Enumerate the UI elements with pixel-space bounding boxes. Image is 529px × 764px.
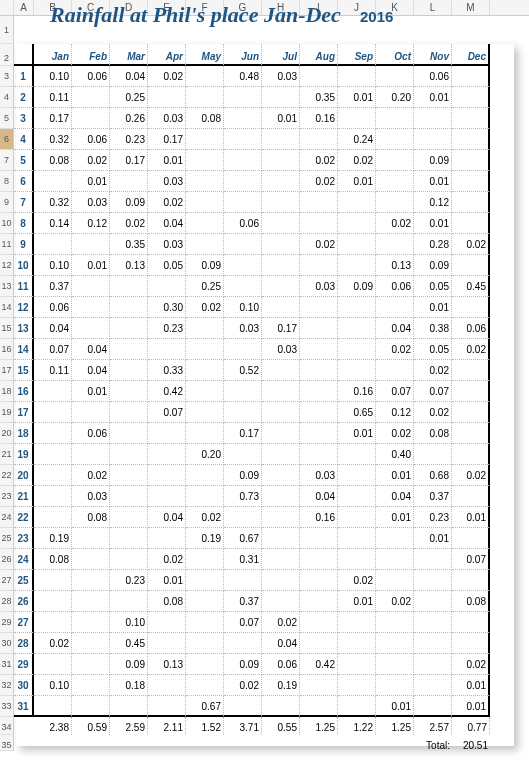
data-cell[interactable]: 0.06 bbox=[34, 297, 72, 318]
data-cell[interactable]: 0.16 bbox=[338, 381, 376, 402]
data-cell[interactable]: 0.01 bbox=[338, 423, 376, 444]
data-cell[interactable]: 0.37 bbox=[34, 276, 72, 297]
data-cell[interactable] bbox=[262, 129, 300, 150]
data-cell[interactable] bbox=[224, 507, 262, 528]
data-cell[interactable] bbox=[262, 360, 300, 381]
data-cell[interactable] bbox=[414, 633, 452, 654]
data-cell[interactable] bbox=[262, 507, 300, 528]
data-cell[interactable]: 0.01 bbox=[338, 591, 376, 612]
data-cell[interactable] bbox=[452, 633, 490, 654]
data-cell[interactable] bbox=[414, 591, 452, 612]
data-cell[interactable] bbox=[376, 129, 414, 150]
data-cell[interactable] bbox=[110, 276, 148, 297]
data-cell[interactable]: 0.19 bbox=[186, 528, 224, 549]
data-cell[interactable]: 0.05 bbox=[414, 276, 452, 297]
data-cell[interactable] bbox=[338, 255, 376, 276]
row-header-13[interactable]: 13 bbox=[0, 276, 14, 297]
data-cell[interactable]: 0.04 bbox=[72, 339, 110, 360]
row-header-6[interactable]: 6 bbox=[0, 129, 14, 150]
data-cell[interactable] bbox=[452, 444, 490, 465]
data-cell[interactable] bbox=[224, 129, 262, 150]
data-cell[interactable]: 0.11 bbox=[34, 360, 72, 381]
data-cell[interactable]: 0.23 bbox=[110, 129, 148, 150]
data-cell[interactable]: 0.02 bbox=[34, 633, 72, 654]
data-cell[interactable] bbox=[452, 87, 490, 108]
data-cell[interactable] bbox=[72, 570, 110, 591]
data-cell[interactable]: 0.28 bbox=[414, 234, 452, 255]
data-cell[interactable]: 0.06 bbox=[224, 213, 262, 234]
data-cell[interactable]: 0.01 bbox=[414, 213, 452, 234]
data-cell[interactable] bbox=[110, 465, 148, 486]
data-cell[interactable] bbox=[72, 696, 110, 717]
data-cell[interactable]: 0.09 bbox=[186, 255, 224, 276]
data-cell[interactable]: 0.02 bbox=[72, 465, 110, 486]
data-cell[interactable]: 0.09 bbox=[110, 654, 148, 675]
data-cell[interactable] bbox=[262, 381, 300, 402]
data-cell[interactable] bbox=[262, 696, 300, 717]
data-cell[interactable]: 0.01 bbox=[452, 675, 490, 696]
data-cell[interactable]: 0.09 bbox=[338, 276, 376, 297]
data-cell[interactable] bbox=[186, 129, 224, 150]
data-cell[interactable] bbox=[300, 549, 338, 570]
data-cell[interactable] bbox=[262, 234, 300, 255]
data-cell[interactable] bbox=[452, 612, 490, 633]
data-cell[interactable]: 0.06 bbox=[376, 276, 414, 297]
data-cell[interactable] bbox=[338, 549, 376, 570]
data-cell[interactable] bbox=[452, 402, 490, 423]
data-cell[interactable]: 0.02 bbox=[262, 612, 300, 633]
data-cell[interactable] bbox=[376, 66, 414, 87]
data-cell[interactable] bbox=[72, 654, 110, 675]
data-cell[interactable]: 0.02 bbox=[452, 339, 490, 360]
data-cell[interactable] bbox=[34, 507, 72, 528]
data-cell[interactable] bbox=[262, 465, 300, 486]
data-cell[interactable]: 0.20 bbox=[376, 87, 414, 108]
data-cell[interactable] bbox=[72, 318, 110, 339]
data-cell[interactable] bbox=[376, 612, 414, 633]
row-header-8[interactable]: 8 bbox=[0, 171, 14, 192]
data-cell[interactable]: 0.02 bbox=[72, 150, 110, 171]
data-cell[interactable] bbox=[186, 339, 224, 360]
data-cell[interactable]: 0.02 bbox=[110, 213, 148, 234]
row-header-23[interactable]: 23 bbox=[0, 486, 14, 507]
data-cell[interactable]: 0.24 bbox=[338, 129, 376, 150]
data-cell[interactable]: 0.01 bbox=[414, 87, 452, 108]
data-cell[interactable]: 0.02 bbox=[300, 234, 338, 255]
data-cell[interactable] bbox=[72, 549, 110, 570]
data-cell[interactable] bbox=[224, 633, 262, 654]
row-header-32[interactable]: 32 bbox=[0, 675, 14, 696]
data-cell[interactable]: 0.08 bbox=[452, 591, 490, 612]
data-cell[interactable]: 0.05 bbox=[148, 255, 186, 276]
data-cell[interactable]: 0.05 bbox=[414, 339, 452, 360]
data-cell[interactable] bbox=[224, 87, 262, 108]
data-cell[interactable] bbox=[224, 192, 262, 213]
data-cell[interactable] bbox=[186, 192, 224, 213]
data-cell[interactable] bbox=[148, 339, 186, 360]
row-header-31[interactable]: 31 bbox=[0, 654, 14, 675]
data-cell[interactable]: 0.02 bbox=[376, 213, 414, 234]
data-cell[interactable]: 0.45 bbox=[452, 276, 490, 297]
data-cell[interactable]: 0.01 bbox=[376, 507, 414, 528]
data-cell[interactable]: 0.08 bbox=[34, 150, 72, 171]
data-cell[interactable] bbox=[262, 213, 300, 234]
data-cell[interactable]: 0.31 bbox=[224, 549, 262, 570]
data-cell[interactable]: 0.04 bbox=[72, 360, 110, 381]
data-cell[interactable] bbox=[186, 486, 224, 507]
row-header-35[interactable]: 35 bbox=[0, 735, 14, 751]
data-cell[interactable]: 0.07 bbox=[148, 402, 186, 423]
data-cell[interactable]: 0.13 bbox=[376, 255, 414, 276]
data-cell[interactable] bbox=[34, 234, 72, 255]
data-cell[interactable]: 0.01 bbox=[262, 108, 300, 129]
data-cell[interactable]: 0.04 bbox=[110, 66, 148, 87]
data-cell[interactable] bbox=[34, 570, 72, 591]
data-cell[interactable] bbox=[300, 381, 338, 402]
data-cell[interactable] bbox=[186, 591, 224, 612]
data-cell[interactable] bbox=[338, 318, 376, 339]
data-cell[interactable]: 0.09 bbox=[224, 465, 262, 486]
data-cell[interactable]: 0.07 bbox=[452, 549, 490, 570]
row-header-22[interactable]: 22 bbox=[0, 465, 14, 486]
data-cell[interactable]: 0.10 bbox=[34, 255, 72, 276]
row-header-12[interactable]: 12 bbox=[0, 255, 14, 276]
data-cell[interactable] bbox=[72, 675, 110, 696]
data-cell[interactable]: 0.35 bbox=[300, 87, 338, 108]
data-cell[interactable]: 0.06 bbox=[452, 318, 490, 339]
